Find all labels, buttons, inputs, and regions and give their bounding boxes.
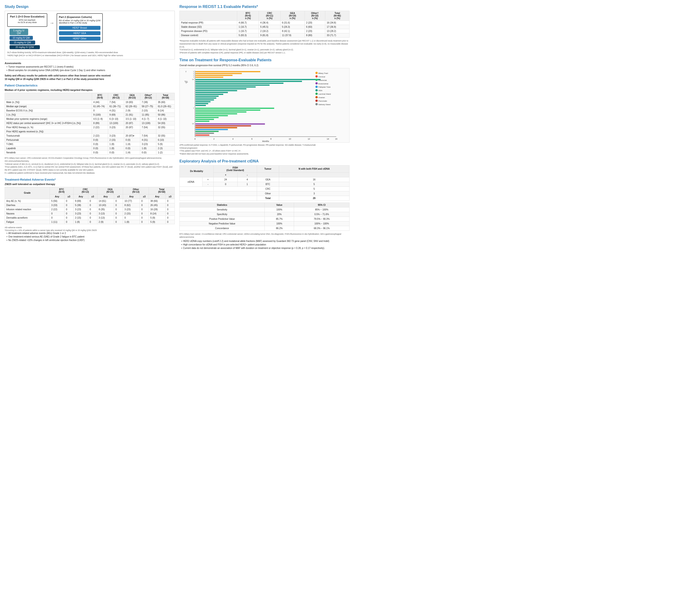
- bar-gea-6: [196, 88, 247, 89]
- bar-btc-1: [196, 71, 260, 72]
- bar-btc-3: [196, 75, 233, 76]
- right-column: Response in RECIST 1.1 Evaluable Patient…: [180, 5, 350, 250]
- recist-h-other: Other†(N=10)n (%): [305, 11, 325, 21]
- pc-header-crc: CRC(N=13): [108, 93, 124, 100]
- stats-ci: 0.5% − 71.6%: [294, 212, 350, 217]
- pc-other: 4 (1−7): [140, 117, 156, 121]
- bar-label-endo-1: TP: [192, 123, 194, 125]
- time-title: Time on Treatment for Response-Evaluable…: [180, 58, 350, 62]
- pc-other: 0 (0): [140, 150, 156, 155]
- dose-15mg: 15 mg/kg IV QW: [10, 41, 35, 44]
- pc-crc: 1 (8): [108, 146, 124, 150]
- assessment-bullet-1: Tumor response assessments per RECIST 1.…: [5, 65, 175, 68]
- trae-cell: 0: [166, 199, 175, 203]
- tumor-gea: GEA: [257, 177, 279, 182]
- patient-char-title: Patient Characteristics: [5, 84, 175, 87]
- x-tick-2: 2: [213, 138, 215, 140]
- pc-other: 7 (54): [140, 126, 156, 130]
- stats-stat: Specificity: [180, 212, 265, 217]
- recist-h0: [180, 11, 237, 21]
- stats-header-value: Value: [264, 202, 294, 207]
- stats-stat: Negative Predictive Value: [180, 221, 265, 226]
- empty-cell-1: [180, 186, 214, 191]
- pc-other: 7 (38): [140, 100, 156, 104]
- ctdna-plus-fish-plus: 24: [214, 177, 238, 182]
- bar-crc-2: [196, 109, 260, 111]
- bar-gea-15: [196, 105, 206, 106]
- legend-label-gea: GEA: [318, 90, 322, 92]
- study-design-title: Study Design: [5, 5, 175, 9]
- legend-label-endometrial: Endometrial: [318, 82, 329, 84]
- legend-label-cervical: Cervical: [318, 76, 325, 78]
- trae-cell: 3 (23): [74, 211, 88, 215]
- ctdna-label: ctDNA: [180, 177, 202, 186]
- bar-crc-8: [196, 120, 210, 122]
- stats-value: 100%: [264, 221, 294, 226]
- pc-btc: 4.5 (1−8): [92, 117, 108, 121]
- recist-title: Response in RECIST 1.1 Evaluable Patient…: [180, 5, 350, 9]
- fish-minus-header: -: [238, 172, 257, 177]
- pc-gea: 0 (0): [124, 138, 140, 142]
- patient-char-row: HER2 status per central assessment† [IHC…: [5, 121, 175, 126]
- exp-footnote: BTC=biliary tract cancer; CI=confidence …: [180, 233, 350, 239]
- trae-cell: 8 (14): [149, 211, 166, 215]
- trae-cell: 8 (62): [123, 203, 140, 207]
- recist-h-gea: GEA(N=19)n (%): [280, 11, 305, 21]
- recist-row: Progressive disease (PD) 1 (16.7) 2 (18.…: [180, 29, 350, 33]
- recist-footnote: *Response evaluable includes all patient…: [180, 39, 350, 54]
- patient-char-row: 1 (n, [%]) 9 (100) 9 (69) 21 (91) 11 (85…: [5, 113, 175, 117]
- bar-panc-1: [196, 125, 251, 126]
- trae-other-header: Other(N=13): [123, 187, 149, 194]
- recist-other: 8 (80): [305, 33, 325, 38]
- recist-other: 2 (20): [305, 29, 325, 33]
- exp-bullets: HER2 ctDNA copy numbers (cutoff 2.2) and…: [180, 240, 350, 249]
- x-axis-label: Months: [262, 140, 269, 142]
- dose-5mg: 5 mg/kg IV QW: [10, 29, 28, 35]
- pc-crc: 13 (100): [108, 121, 124, 126]
- patient-char-row: Prior HER2 therapy (n, %) 2 (22) 3 (23) …: [5, 126, 175, 130]
- trae-cell: 0: [166, 211, 175, 215]
- recist-other: 2 (20): [305, 21, 325, 25]
- tumor-btc: BTC: [257, 182, 279, 186]
- pc-crc: 0 (0): [108, 150, 124, 155]
- stats-ci: 100% − 100%: [294, 221, 350, 226]
- empty-cell-3: [180, 191, 214, 196]
- stats-table: Statistics Value 95% CI Sensitivity 100%…: [180, 202, 350, 231]
- trae-cell: 5 (56): [50, 199, 64, 203]
- assessments-title: Assessments: [5, 62, 175, 65]
- patient-char-row: T-DM1 0 (0) 1 (8) 1 (4) 3 (23) 5 (9): [5, 142, 175, 146]
- stats-ci: 68.3% − 96.1%: [294, 226, 350, 231]
- recist-btc: 4 (66.7): [237, 21, 259, 25]
- trae-cell: 10 (77): [123, 199, 140, 203]
- trae-cell: 1 (8): [74, 220, 88, 224]
- trae-cell: 0: [140, 215, 149, 220]
- trae-crc-any: Any: [74, 194, 88, 199]
- her2-cohorts: HER2* Breast HER2* GEA HER2* Other: [59, 26, 101, 41]
- sd-flow: Part 1 (3+3 Dose Escalation) MTD not rea…: [7, 13, 172, 49]
- her2-breast: HER2* Breast: [59, 26, 101, 30]
- ctdna-plus-label: +: [202, 177, 214, 182]
- safety-note: Safety and efficacy results for patients…: [5, 74, 175, 81]
- bar-btc-2: [196, 73, 242, 74]
- x-tick-16: 16: [335, 138, 338, 140]
- pc-total: [156, 130, 175, 134]
- pc-label: Baseline ECOG 0 (n, [%]): [5, 109, 92, 113]
- trae-bullets: All treatment-related adverse events (AE…: [5, 232, 175, 241]
- trae-crc-ge3: ≥3: [88, 194, 97, 199]
- bar-label-4: T: [193, 76, 194, 78]
- trae-btc-ge3: ≥3: [65, 194, 74, 199]
- trae-label: Diarrhea: [5, 203, 50, 207]
- trae-cell: 0: [88, 220, 97, 224]
- trae-row: Nausea003 (23)03 (13)02 (15)08 (14)0: [5, 211, 175, 215]
- fish-dx-header: Dx Modality: [180, 165, 214, 177]
- recist-total: 16 (34.8): [325, 21, 350, 25]
- legend-dot-ovarian: [316, 96, 318, 99]
- pc-btc: 0 (0): [92, 146, 108, 150]
- pc-label: Neratinib: [5, 150, 92, 155]
- patient-char-row: Median prior systemic regimens (range) 4…: [5, 117, 175, 121]
- legend-label-colorectal: Colorectal: [318, 79, 327, 81]
- trae-cell: 0: [65, 203, 74, 207]
- trae-row: Diarrhea3 (33)05 (38)010 (43)08 (62)026 …: [5, 203, 175, 207]
- bar-label-2: T: [193, 73, 194, 74]
- fish-table: Dx Modality FISH(Gold Standard) Tumor N …: [180, 165, 350, 201]
